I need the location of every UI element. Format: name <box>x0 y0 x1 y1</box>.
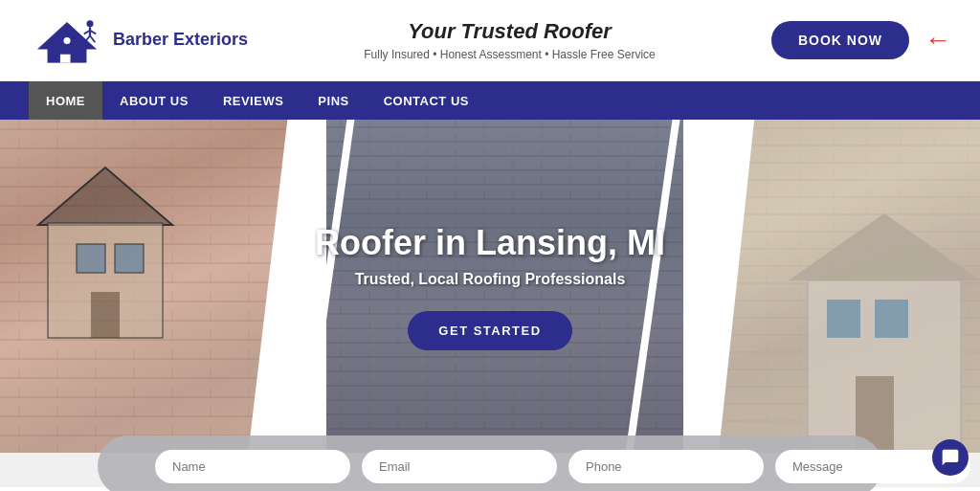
nav-item-home[interactable]: HOME <box>29 81 102 120</box>
tagline-area: Your Trusted Roofer Fully Insured • Hone… <box>364 19 656 61</box>
tagline-title: Your Trusted Roofer <box>364 19 656 44</box>
nav-item-about[interactable]: ABOUT US <box>102 81 206 120</box>
hero-wrapper: Roofer in Lansing, MI Trusted, Local Roo… <box>0 120 980 487</box>
arrow-indicator: ← <box>924 27 951 54</box>
svg-rect-16 <box>115 244 144 273</box>
hero-title: Roofer in Lansing, MI <box>315 223 665 263</box>
svg-rect-17 <box>91 292 120 338</box>
tagline-sub: Fully Insured • Honest Assessment • Hass… <box>364 48 656 61</box>
chat-icon-button[interactable] <box>932 439 969 476</box>
email-input[interactable] <box>362 450 557 483</box>
svg-marker-13 <box>38 167 172 225</box>
svg-marker-28 <box>789 213 980 280</box>
hero-content: Roofer in Lansing, MI Trusted, Local Roo… <box>315 223 665 350</box>
logo-text: Barber Exteriors <box>113 30 248 51</box>
book-now-button[interactable]: BOOK NOW <box>771 21 909 59</box>
svg-point-4 <box>86 20 93 27</box>
logo-area: Barber Exteriors <box>29 14 248 67</box>
svg-rect-25 <box>827 300 860 338</box>
svg-rect-26 <box>875 300 908 338</box>
svg-rect-2 <box>60 54 71 62</box>
hero-subtitle: Trusted, Local Roofing Professionals <box>315 271 665 288</box>
navigation: HOME ABOUT US REVIEWS PINS CONTACT US <box>0 81 980 120</box>
phone-input[interactable] <box>568 450 764 483</box>
hero-panel-left <box>0 120 326 453</box>
hero-section: Roofer in Lansing, MI Trusted, Local Roo… <box>0 120 980 453</box>
svg-line-9 <box>90 35 95 42</box>
chat-icon <box>941 448 960 467</box>
get-started-button[interactable]: GET STARTED <box>408 311 571 350</box>
contact-form: Send <box>98 435 882 491</box>
name-input[interactable] <box>155 450 350 483</box>
nav-item-reviews[interactable]: REVIEWS <box>206 81 301 120</box>
nav-item-contact[interactable]: CONTACT US <box>367 81 486 120</box>
contact-bar-container: Send <box>0 453 980 487</box>
svg-point-3 <box>63 36 70 43</box>
nav-item-pins[interactable]: PINS <box>301 81 366 120</box>
hero-panel-right <box>683 120 980 453</box>
logo-icon <box>29 14 105 67</box>
svg-rect-15 <box>77 244 105 273</box>
header: Barber Exteriors Your Trusted Roofer Ful… <box>0 0 980 81</box>
header-right: BOOK NOW ← <box>771 21 951 59</box>
